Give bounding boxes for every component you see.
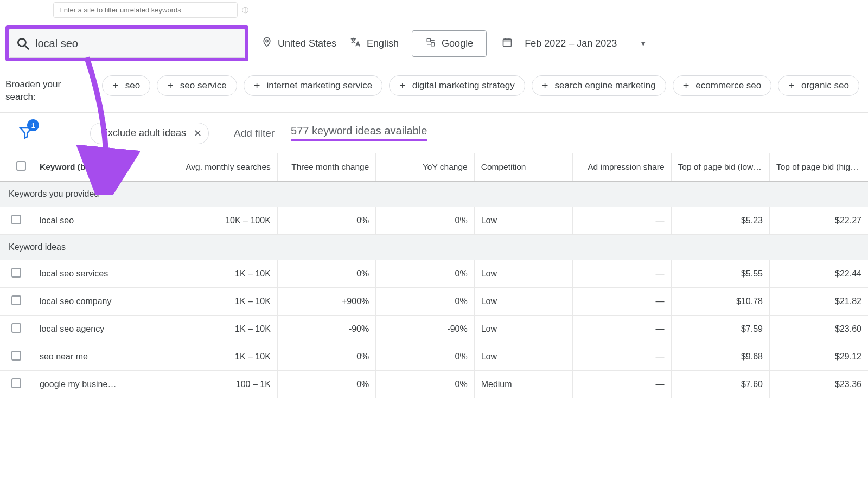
svg-rect-4 [431, 42, 435, 46]
table-row[interactable]: local seo10K – 100K0%0%Low—$5.23$22.27 [0, 207, 868, 235]
row-checkbox[interactable] [11, 268, 21, 278]
table-row[interactable]: local seo company1K – 10K+900%0%Low—$10.… [0, 288, 868, 316]
col-yoy[interactable]: YoY change [376, 153, 474, 181]
cell-bid-low: $9.68 [671, 343, 769, 371]
network-selector[interactable]: Google [412, 30, 487, 57]
cell-impression: — [573, 316, 671, 343]
row-checkbox[interactable] [11, 215, 21, 224]
svg-point-0 [18, 38, 25, 46]
language-selector[interactable]: English [349, 36, 399, 51]
cell-keyword: seo near me [33, 343, 131, 371]
cell-avg: 10K – 100K [131, 207, 277, 235]
table-row[interactable]: local seo services1K – 10K0%0%Low—$5.55$… [0, 260, 868, 288]
cell-three-month: +900% [277, 288, 375, 316]
top-controls-bar: local seo United States English Google F… [0, 21, 868, 73]
cell-competition: Medium [474, 371, 572, 398]
cell-competition: Low [474, 343, 572, 371]
cell-bid-low: $10.78 [671, 288, 769, 316]
cell-yoy: 0% [376, 260, 474, 288]
cell-yoy: -90% [376, 316, 474, 343]
broaden-pill[interactable]: +digital marketing strategy [389, 75, 525, 96]
table-section-row: Keywords you provided [0, 181, 868, 207]
plus-icon: + [683, 80, 690, 91]
plus-icon: + [399, 80, 406, 91]
cell-three-month: -90% [277, 316, 375, 343]
plus-icon: + [112, 80, 119, 91]
network-icon [425, 37, 436, 50]
cell-bid-high: $23.60 [770, 316, 869, 343]
cell-bid-high: $22.44 [770, 260, 869, 288]
search-icon [16, 36, 30, 50]
cell-bid-low: $7.59 [671, 316, 769, 343]
broaden-pill[interactable]: +search engine marketing [532, 75, 666, 96]
table-section-row: Keyword ideas [0, 235, 868, 260]
site-filter-row: ⓘ [0, 0, 868, 21]
cell-three-month: 0% [277, 371, 375, 398]
row-checkbox[interactable] [11, 351, 21, 361]
row-checkbox[interactable] [11, 323, 21, 333]
col-bid-high[interactable]: Top of page bid (high range) [770, 153, 869, 181]
col-three-month[interactable]: Three month change [277, 153, 375, 181]
broaden-pill[interactable]: +ecommerce seo [673, 75, 772, 96]
cell-bid-high: $23.36 [770, 371, 869, 398]
row-checkbox[interactable] [11, 295, 21, 305]
site-filter-input[interactable] [53, 2, 238, 18]
close-icon[interactable]: ✕ [194, 127, 202, 139]
cell-three-month: 0% [277, 207, 375, 235]
filter-count-badge: 1 [27, 119, 39, 131]
search-value: local seo [35, 37, 78, 50]
cell-yoy: 0% [376, 288, 474, 316]
pill-label: digital marketing strategy [412, 80, 515, 91]
pill-label: seo service [180, 80, 227, 91]
plus-icon: + [254, 80, 260, 91]
date-range-selector[interactable]: Feb 2022 – Jan 2023 ▼ [500, 37, 647, 50]
cell-keyword: local seo services [33, 260, 131, 288]
cell-avg: 100 – 1K [131, 371, 277, 398]
col-keyword[interactable]: Keyword (by relevance) [33, 153, 131, 181]
calendar-icon [502, 37, 513, 50]
broaden-pill[interactable]: +internet marketing service [244, 75, 382, 96]
table-row[interactable]: google my busine…100 – 1K0%0%Medium—$7.6… [0, 371, 868, 398]
cell-competition: Low [474, 288, 572, 316]
filter-button[interactable]: 1 [18, 125, 34, 141]
col-avg-searches[interactable]: Avg. monthly searches [131, 153, 277, 181]
pin-icon [261, 36, 272, 51]
keyword-ideas-table: Keyword (by relevance) Avg. monthly sear… [0, 153, 868, 398]
cell-keyword: google my busine… [33, 371, 131, 398]
col-competition[interactable]: Competition [474, 153, 572, 181]
add-filter-button[interactable]: Add filter [234, 127, 275, 139]
select-all-cell [0, 153, 33, 181]
table-row[interactable]: local seo agency1K – 10K-90%-90%Low—$7.5… [0, 316, 868, 343]
broaden-pill[interactable]: +seo [102, 75, 150, 96]
cell-impression: — [573, 260, 671, 288]
plus-icon: + [167, 80, 174, 91]
network-value: Google [442, 38, 473, 49]
cell-three-month: 0% [277, 343, 375, 371]
keyword-search-input[interactable]: local seo [9, 29, 245, 58]
cell-bid-low: $5.23 [671, 207, 769, 235]
date-range-value: Feb 2022 – Jan 2023 [525, 38, 617, 49]
broaden-search-row: Broaden your search: +seo+seo service+in… [0, 73, 868, 113]
cell-impression: — [573, 371, 671, 398]
keyword-ideas-count: 577 keyword ideas available [291, 125, 427, 141]
svg-line-1 [25, 46, 28, 49]
cell-competition: Low [474, 207, 572, 235]
broaden-pill[interactable]: +organic seo [778, 75, 859, 96]
filter-chip-exclude-adult[interactable]: Exclude adult ideas ✕ [90, 123, 209, 144]
col-impression-share[interactable]: Ad impression share [573, 153, 671, 181]
cell-bid-low: $7.60 [671, 371, 769, 398]
table-row[interactable]: seo near me1K – 10K0%0%Low—$9.68$29.12 [0, 343, 868, 371]
language-value: English [367, 38, 399, 49]
pill-label: seo [125, 80, 140, 91]
row-checkbox[interactable] [11, 378, 21, 388]
location-selector[interactable]: United States [261, 36, 336, 51]
cell-keyword: local seo agency [33, 316, 131, 343]
broaden-pill[interactable]: +seo service [157, 75, 237, 96]
pill-label: ecommerce seo [695, 80, 761, 91]
select-all-checkbox[interactable] [16, 161, 26, 171]
filter-chip-label: Exclude adult ideas [101, 127, 186, 139]
col-bid-low[interactable]: Top of page bid (low range) [671, 153, 769, 181]
svg-point-2 [266, 40, 268, 42]
cell-avg: 1K – 10K [131, 288, 277, 316]
cell-bid-high: $22.27 [770, 207, 869, 235]
